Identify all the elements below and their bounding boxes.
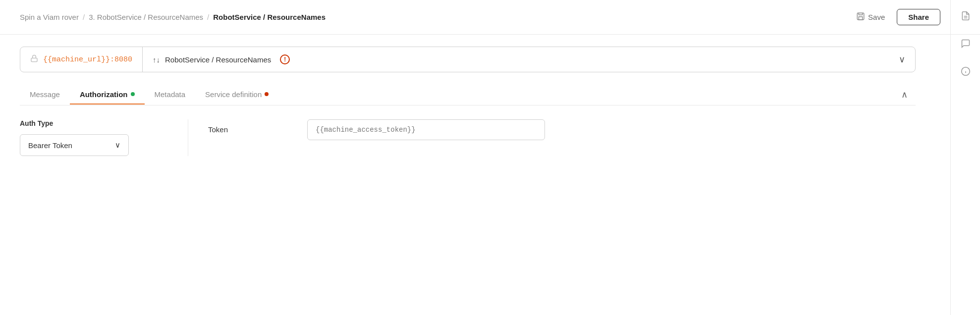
- breadcrumb: Spin a Viam rover / 3. RobotService / Re…: [20, 13, 326, 21]
- tab-message-label: Message: [30, 90, 60, 99]
- breadcrumb-part-2[interactable]: 3. RobotService / ResourceNames: [89, 13, 203, 21]
- warning-icon: !: [280, 54, 290, 64]
- breadcrumb-part-1[interactable]: Spin a Viam rover: [20, 13, 79, 21]
- svg-rect-0: [857, 13, 864, 20]
- url-method: ↑↓ RobotService / ResourceNames !: [153, 54, 290, 64]
- svg-rect-6: [31, 58, 37, 61]
- lock-icon: [30, 54, 38, 65]
- main-content: {{machine_url}}:8080 ↑↓ RobotService / R…: [0, 35, 950, 156]
- method-label: RobotService / ResourceNames: [165, 55, 271, 64]
- tab-content: Auth Type Bearer Token ∨ Token: [20, 105, 916, 156]
- url-bar: {{machine_url}}:8080 ↑↓ RobotService / R…: [20, 47, 916, 72]
- tab-metadata[interactable]: Metadata: [145, 85, 196, 105]
- bearer-dropdown-chevron-icon: ∨: [115, 141, 120, 150]
- url-left: {{machine_url}}:8080: [20, 47, 143, 72]
- url-chevron-icon[interactable]: ∨: [899, 54, 905, 65]
- token-input-wrapper: [307, 119, 916, 140]
- right-icon-panel: [950, 0, 980, 315]
- comment-icon[interactable]: [959, 37, 973, 51]
- auth-type-label: Auth Type: [20, 119, 168, 127]
- tabs-collapse-icon[interactable]: ∧: [893, 84, 916, 105]
- save-label: Save: [868, 13, 885, 21]
- info-icon[interactable]: [959, 64, 973, 78]
- breadcrumb-actions: Save Share: [850, 9, 940, 25]
- breadcrumb-bar: Spin a Viam rover / 3. RobotService / Re…: [0, 0, 980, 35]
- tabs: Message Authorization Metadata Service d…: [20, 85, 278, 105]
- save-button[interactable]: Save: [850, 9, 891, 25]
- tab-service-definition[interactable]: Service definition: [195, 85, 278, 105]
- auth-right-panel: Token: [188, 119, 916, 156]
- doc-icon[interactable]: [959, 9, 973, 23]
- bearer-token-label: Bearer Token: [28, 141, 72, 150]
- breadcrumb-sep-1: /: [83, 13, 85, 21]
- tabs-bar: Message Authorization Metadata Service d…: [20, 84, 916, 105]
- tab-authorization-label: Authorization: [80, 90, 128, 99]
- tab-authorization[interactable]: Authorization: [70, 85, 145, 105]
- url-value[interactable]: {{machine_url}}:8080: [43, 55, 132, 64]
- share-button[interactable]: Share: [897, 9, 940, 25]
- tab-service-definition-label: Service definition: [205, 90, 262, 99]
- save-icon: [856, 12, 865, 22]
- token-label: Token: [208, 119, 307, 134]
- tab-authorization-dot: [131, 92, 135, 96]
- bearer-token-dropdown[interactable]: Bearer Token ∨: [20, 134, 129, 156]
- tab-message[interactable]: Message: [20, 85, 70, 105]
- tab-service-definition-dot: [265, 92, 269, 96]
- sort-icon: ↑↓: [153, 55, 160, 64]
- url-right: ↑↓ RobotService / ResourceNames ! ∨: [143, 47, 915, 72]
- breadcrumb-current[interactable]: RobotService / ResourceNames: [213, 13, 326, 21]
- token-input[interactable]: [307, 119, 545, 140]
- breadcrumb-sep-2: /: [207, 13, 209, 21]
- tab-metadata-label: Metadata: [155, 90, 186, 99]
- auth-left-panel: Auth Type Bearer Token ∨: [20, 119, 188, 156]
